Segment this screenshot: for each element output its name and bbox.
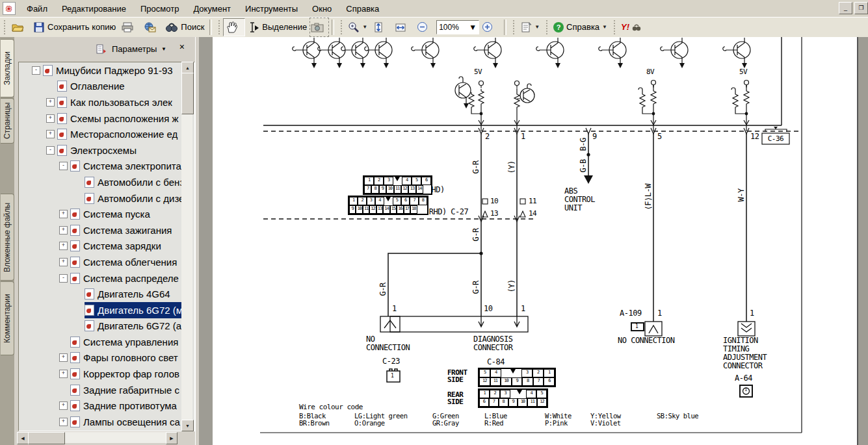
- close-panel-button[interactable]: ×: [179, 42, 185, 51]
- hand-tool-button[interactable]: [223, 18, 245, 36]
- bookmark-item[interactable]: +Система зарядки: [19, 238, 194, 255]
- menu-document[interactable]: Документ: [186, 1, 238, 16]
- zoom-dropdown-caret[interactable]: ▼: [469, 23, 477, 32]
- bookmark-item[interactable]: -Система распределе: [19, 270, 194, 286]
- pin-cell: 8: [371, 185, 378, 194]
- bookmark-item[interactable]: Система управления: [19, 334, 194, 350]
- expand-toggle[interactable]: +: [46, 98, 55, 107]
- bookmark-item[interactable]: +Система пуска: [19, 206, 194, 222]
- scroll-down-button[interactable]: ▼: [181, 420, 194, 431]
- zoom-level-input[interactable]: 100% ▼: [436, 20, 479, 34]
- toolbar-grip[interactable]: [3, 20, 6, 34]
- tab-bookmarks[interactable]: Закладки: [1, 39, 14, 97]
- menu-file[interactable]: Файл: [20, 1, 55, 16]
- fit-width-button[interactable]: [392, 18, 414, 36]
- scroll-up-button[interactable]: ▲: [181, 62, 194, 73]
- bookmark-item[interactable]: +Схемы расположения ж: [19, 110, 194, 127]
- bookmark-item[interactable]: Оглавление: [19, 79, 194, 95]
- tab-pages[interactable]: Страницы: [1, 98, 14, 144]
- menu-window[interactable]: Окно: [305, 1, 339, 16]
- expand-toggle[interactable]: +: [59, 418, 68, 426]
- toolbar-grip[interactable]: [512, 20, 515, 34]
- bookmark-item[interactable]: -Система электропита: [19, 159, 194, 175]
- expand-toggle[interactable]: +: [46, 114, 55, 123]
- abs-unit-label: ABS: [564, 187, 577, 196]
- pin-cell: 13: [376, 205, 383, 214]
- expand-toggle[interactable]: +: [46, 130, 55, 138]
- menu-help[interactable]: Справка: [339, 1, 386, 16]
- bookmark-item[interactable]: +Задние противотума: [19, 398, 194, 414]
- search-button[interactable]: Поиск: [163, 18, 207, 36]
- zoom-in-button[interactable]: [479, 18, 501, 36]
- select-tool-button[interactable]: Выделение: [245, 18, 309, 36]
- options-menu[interactable]: Параметры: [112, 44, 157, 54]
- yahoo-search-button[interactable]: Y!: [618, 18, 644, 36]
- options-caret-icon[interactable]: ▼: [161, 46, 166, 52]
- hand-icon: [226, 21, 237, 34]
- pin-cell: 7: [410, 197, 418, 205]
- bookmark-item-selected[interactable]: Двигатель 6G72 (м: [19, 302, 194, 318]
- toolbar-grip[interactable]: [545, 20, 548, 34]
- print-button[interactable]: [118, 18, 140, 36]
- horizontal-scrollbar[interactable]: ◀ ▶: [17, 432, 176, 443]
- menu-tools[interactable]: Инструменты: [238, 1, 305, 16]
- bookmark-item[interactable]: Двигатель 6G72 (а: [19, 318, 194, 335]
- email-button[interactable]: [140, 18, 163, 36]
- bookmark-item[interactable]: -Мицубиси Паджеро 91-93: [19, 62, 194, 79]
- menu-view[interactable]: Просмотр: [133, 1, 186, 16]
- snapshot-tool-button[interactable]: [309, 18, 329, 37]
- bookmark-item[interactable]: +Система зажигания: [19, 222, 194, 238]
- pdf-icon: [70, 225, 80, 236]
- bookmarks-tree: -Мицубиси Паджеро 91-93 Оглавление +Как …: [18, 62, 195, 431]
- bookmark-item[interactable]: +Фары головного свет: [19, 350, 194, 366]
- fit-width-icon: [395, 21, 406, 33]
- fit-page-button[interactable]: [370, 18, 392, 36]
- document-pane[interactable]: 5V 8V 5V 2 1 9 5 12 C-36 G-R G-R G-R G-R…: [199, 37, 868, 445]
- collapse-toggle[interactable]: -: [46, 146, 55, 155]
- expand-toggle[interactable]: +: [59, 258, 68, 266]
- bookmark-item[interactable]: Двигатель 4G64: [19, 286, 194, 302]
- open-folder-icon: [11, 21, 24, 33]
- collapse-toggle[interactable]: -: [59, 274, 68, 283]
- expand-toggle[interactable]: +: [59, 242, 68, 250]
- pin-cell: 16: [397, 205, 403, 214]
- toolbar-grip[interactable]: [339, 20, 343, 34]
- minimize-button[interactable]: _: [839, 2, 852, 14]
- restore-button[interactable]: ❐: [854, 2, 868, 14]
- zoom-tool-button[interactable]: ▼: [345, 18, 370, 36]
- bookmark-item[interactable]: +Система облегчения: [19, 254, 194, 270]
- menu-edit[interactable]: Редактирование: [55, 1, 133, 16]
- expand-toggle[interactable]: +: [59, 370, 68, 378]
- scroll-left-button[interactable]: ◀: [17, 432, 29, 444]
- page-display-button[interactable]: ▼: [518, 18, 542, 36]
- help-button[interactable]: ? Справка ▼: [551, 18, 610, 36]
- bookmark-item[interactable]: -Электросхемы: [19, 142, 194, 159]
- collapse-toggle[interactable]: -: [59, 162, 68, 170]
- bookmark-item[interactable]: +Корректор фар голов: [19, 366, 194, 382]
- tab-attachments[interactable]: Вложенные файлы: [1, 194, 14, 281]
- acrobat-app-icon[interactable]: ֍: [3, 2, 16, 15]
- scrollbar-thumb[interactable]: [181, 73, 194, 114]
- bookmark-item[interactable]: +Месторасположение ед: [19, 126, 194, 142]
- bookmark-item[interactable]: Автомобили с дизе: [19, 190, 194, 207]
- bookmark-item[interactable]: Автомобили с бенз: [19, 174, 194, 190]
- expand-toggle[interactable]: +: [59, 210, 68, 218]
- scroll-right-button[interactable]: ▶: [166, 432, 178, 444]
- zoom-out-button[interactable]: [414, 18, 436, 36]
- bookmark-item[interactable]: +Лампы освещения са: [19, 414, 194, 430]
- toolbar-grip[interactable]: [612, 20, 616, 34]
- toolbar-grip[interactable]: [217, 20, 220, 34]
- vertical-scrollbar[interactable]: ▲ ▼: [181, 62, 192, 430]
- open-button[interactable]: [8, 18, 31, 36]
- expand-toggle[interactable]: +: [59, 226, 68, 235]
- scrollbar-thumb[interactable]: [28, 432, 65, 444]
- expand-toggle[interactable]: +: [59, 353, 68, 362]
- save-copy-button[interactable]: Сохранить копию: [31, 18, 118, 36]
- collapse-toggle[interactable]: -: [32, 66, 40, 75]
- tab-comments[interactable]: Комментарии: [1, 281, 14, 355]
- expand-toggle[interactable]: +: [59, 401, 68, 410]
- pin-cell: 9: [349, 205, 356, 214]
- bookmark-item[interactable]: Задние габаритные с: [19, 382, 194, 398]
- bookmark-item[interactable]: +Как пользоваться элек: [19, 94, 194, 110]
- pin-cell: 12: [401, 185, 408, 194]
